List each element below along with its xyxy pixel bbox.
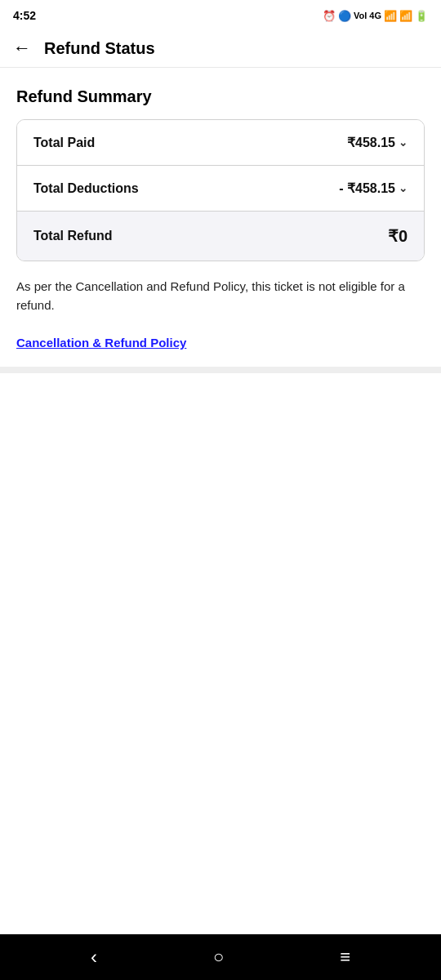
cancellation-policy-link[interactable]: Cancellation & Refund Policy [16, 336, 186, 350]
refund-summary-card: Total Paid ₹458.15 ⌄ Total Deductions - … [16, 119, 425, 261]
page-title: Refund Status [44, 39, 155, 58]
total-deductions-value: - ₹458.15 ⌄ [339, 180, 408, 196]
total-refund-label: Total Refund [33, 229, 113, 243]
back-button[interactable]: ← [13, 38, 31, 59]
total-paid-label: Total Paid [33, 136, 95, 150]
total-deductions-label: Total Deductions [33, 181, 139, 196]
total-refund-row: Total Refund ₹0 [17, 212, 424, 261]
total-refund-value: ₹0 [388, 226, 408, 246]
total-deductions-row[interactable]: Total Deductions - ₹458.15 ⌄ [17, 166, 424, 212]
main-content: Refund Summary Total Paid ₹458.15 ⌄ Tota… [0, 68, 441, 934]
bottom-nav-bar: ‹ ○ ≡ [0, 934, 441, 980]
total-paid-value: ₹458.15 ⌄ [347, 135, 408, 150]
info-text: As per the Cancellation and Refund Polic… [16, 278, 425, 314]
status-bar: 4:52 ⏰ 🔵 Vol 4G 📶 📶 🔋 [0, 0, 441, 29]
chevron-down-icon: ⌄ [399, 136, 408, 149]
top-nav: ← Refund Status [0, 29, 441, 68]
nav-back-button[interactable]: ‹ [91, 946, 97, 969]
chevron-down-icon-2: ⌄ [399, 182, 408, 194]
section-separator [0, 367, 441, 373]
section-title: Refund Summary [16, 87, 425, 106]
total-paid-row[interactable]: Total Paid ₹458.15 ⌄ [17, 120, 424, 166]
status-icons: ⏰ 🔵 Vol 4G 📶 📶 🔋 [323, 10, 428, 22]
status-time: 4:52 [13, 9, 36, 22]
nav-menu-button[interactable]: ≡ [340, 947, 350, 968]
nav-home-button[interactable]: ○ [213, 947, 224, 968]
